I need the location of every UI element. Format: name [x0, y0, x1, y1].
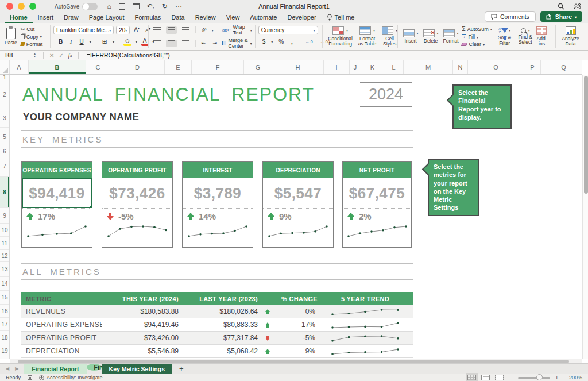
sheet-tab-financial-data-input[interactable]: Financial Data Input: [87, 364, 102, 371]
undo-icon[interactable]: ↶▾: [147, 3, 154, 10]
increase-decimal-icon[interactable]: ←.0: [304, 39, 315, 44]
tab-developer[interactable]: Developer: [282, 14, 321, 23]
confirm-entry-icon[interactable]: ✓: [59, 52, 63, 59]
conditional-formatting-button[interactable]: ▾ Conditional Formatting: [326, 26, 355, 48]
analyze-data-button[interactable]: Analyze Data: [559, 26, 583, 48]
column-header-A[interactable]: A: [10, 60, 29, 74]
vertical-scrollbar[interactable]: [582, 75, 588, 359]
column-header-N[interactable]: N: [453, 60, 468, 74]
metric-card-value-cell[interactable]: $94,419: [22, 178, 92, 208]
zoom-slider[interactable]: [518, 377, 550, 379]
page-break-view-icon[interactable]: [495, 375, 504, 380]
minimize-window-button[interactable]: [18, 3, 25, 10]
format-painter-button[interactable]: Format: [21, 41, 43, 47]
wrap-text-button[interactable]: ab↵Wrap Text▾: [222, 24, 252, 36]
tab-page-layout[interactable]: Page Layout: [84, 14, 130, 23]
row-header-12[interactable]: 12: [0, 250, 9, 262]
align-middle-icon[interactable]: [166, 26, 177, 34]
insert-cells-button[interactable]: ▾ Insert: [401, 29, 421, 44]
redo-icon[interactable]: ↻: [162, 3, 168, 10]
column-header-D[interactable]: D: [110, 60, 165, 74]
row-header-5[interactable]: 5: [0, 128, 9, 147]
font-color-icon[interactable]: A: [141, 37, 149, 46]
autosum-button[interactable]: ΣAutoSum▾: [462, 26, 492, 32]
column-header-J[interactable]: J: [350, 60, 361, 74]
cut-button[interactable]: ✂Cut: [21, 26, 43, 32]
comments-button[interactable]: Comments: [485, 11, 536, 22]
save-icon[interactable]: [119, 3, 125, 10]
row-header-15[interactable]: 15: [0, 291, 9, 305]
tab-insert[interactable]: Insert: [33, 14, 59, 23]
tab-home[interactable]: Home: [5, 14, 33, 23]
table-row-operating-expenses[interactable]: OPERATING EXPENSES $94,419.46 $80,883.33…: [21, 318, 413, 332]
tab-formulas[interactable]: Formulas: [130, 14, 167, 23]
tab-review[interactable]: Review: [190, 14, 221, 23]
column-header-I[interactable]: I: [324, 60, 350, 74]
row-header-6[interactable]: 6: [0, 147, 9, 156]
percent-style-icon[interactable]: %: [277, 39, 285, 45]
horizontal-scrollbar[interactable]: [10, 359, 582, 363]
align-center-icon[interactable]: [166, 40, 177, 47]
fill-color-icon[interactable]: ◇: [123, 37, 131, 46]
column-header-L[interactable]: L: [384, 60, 404, 74]
formula-input[interactable]: =IFERROR(Calculations!G8,""): [87, 52, 170, 59]
borders-icon[interactable]: ⊞: [100, 39, 109, 45]
column-header-Q[interactable]: Q: [541, 60, 582, 74]
add-ins-button[interactable]: Add-ins: [531, 26, 552, 48]
format-cells-button[interactable]: ▾ Format: [441, 29, 461, 44]
number-format-select[interactable]: Currency▾: [258, 26, 318, 34]
column-header-G[interactable]: G: [244, 60, 272, 74]
row-header-1[interactable]: 1: [0, 75, 9, 80]
column-header-H[interactable]: H: [272, 60, 324, 74]
column-header-O[interactable]: O: [468, 60, 524, 74]
tab-draw[interactable]: Draw: [59, 14, 84, 23]
column-header-P[interactable]: P: [524, 60, 541, 74]
column-header-M[interactable]: M: [404, 60, 453, 74]
close-window-button[interactable]: [6, 3, 13, 10]
column-header-K[interactable]: K: [361, 60, 384, 74]
metric-card-value-cell[interactable]: $3,789: [183, 178, 253, 208]
underline-button[interactable]: U: [78, 39, 85, 45]
merge-center-button[interactable]: Merge & Center▾: [222, 37, 252, 49]
column-header-F[interactable]: F: [192, 60, 244, 74]
align-bottom-icon[interactable]: [180, 26, 191, 34]
metric-card-value-cell[interactable]: $73,426: [102, 178, 172, 208]
name-box[interactable]: B8: [0, 52, 33, 59]
accessibility-status[interactable]: Accessibility: Investigate: [39, 375, 103, 380]
table-row-revenues[interactable]: REVENUES $180,583.88 $180,026.64 0%: [21, 305, 413, 318]
prev-sheet-icon[interactable]: ◀: [6, 366, 9, 371]
copy-button[interactable]: Copy▾: [21, 34, 43, 40]
table-row-depreciation[interactable]: DEPRECIATION $5,546.89 $5,068.42 9%: [21, 345, 413, 358]
row-header-7[interactable]: 7: [0, 156, 9, 177]
autosave-control[interactable]: AutoSave: [55, 3, 98, 10]
cancel-entry-icon[interactable]: ✕: [49, 52, 54, 59]
align-right-icon[interactable]: [180, 40, 191, 47]
row-header-2[interactable]: 2: [0, 80, 9, 109]
clear-button[interactable]: Clear▾: [462, 41, 492, 47]
name-box-stepper[interactable]: ▲▼: [33, 52, 36, 58]
row-header-19[interactable]: 19: [0, 344, 9, 357]
row-header-17[interactable]: 17: [0, 318, 9, 331]
row-header-3[interactable]: 3: [0, 109, 9, 128]
tab-data[interactable]: Data: [166, 14, 189, 23]
bold-button[interactable]: B: [57, 39, 64, 45]
paste-button[interactable]: Paste: [2, 27, 20, 46]
vertical-scrollbar-thumb[interactable]: [584, 76, 588, 194]
search-icon[interactable]: [558, 3, 564, 10]
column-header-B[interactable]: B: [29, 60, 86, 74]
orientation-icon[interactable]: ab: [199, 25, 209, 34]
macro-record-icon[interactable]: [28, 375, 32, 380]
fill-handle[interactable]: [90, 206, 92, 209]
table-row-operating-profit[interactable]: OPERATING PROFIT $73,426.00 $77,317.84 -…: [21, 332, 413, 345]
font-size-select[interactable]: 20▾: [116, 26, 130, 34]
row-header-8[interactable]: 8: [0, 177, 9, 208]
format-as-table-button[interactable]: ▾ Format as Table: [355, 26, 380, 48]
fill-button[interactable]: ↓Fill▾: [462, 34, 492, 40]
print-icon[interactable]: [133, 3, 140, 9]
font-name-select[interactable]: Franklin Gothic Me...▾: [53, 26, 114, 34]
share-button[interactable]: Share ▾: [540, 11, 582, 22]
next-sheet-icon[interactable]: ▶: [15, 366, 18, 371]
italic-button[interactable]: I: [68, 39, 74, 45]
insert-function-icon[interactable]: fx: [68, 52, 72, 59]
row-header-18[interactable]: 18: [0, 331, 9, 344]
